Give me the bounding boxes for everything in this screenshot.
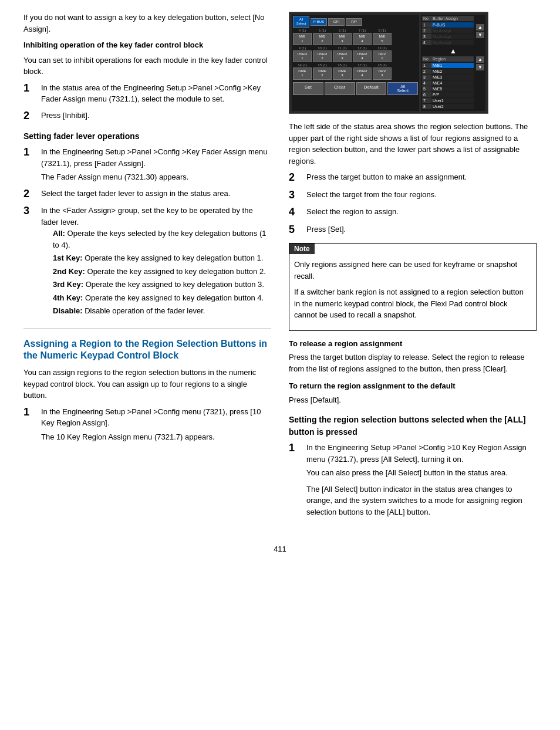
set-button[interactable]: Set [293,82,323,95]
user2-btn[interactable]: USER2 [313,50,332,62]
scroll-down-btn[interactable]: ▼ [476,32,484,38]
panel-row-3: USER1 USER2 USER3 USER4 DEV1 [293,50,418,62]
dme2-btn[interactable]: DME2 [313,67,332,79]
me2-btn[interactable]: M/E2 [313,33,332,45]
user4-btn[interactable]: USER4 [353,50,372,62]
note-label: Note [289,244,315,254]
assign-header: No Button Assign [422,16,474,21]
major-body: You can assign regions to the region sel… [23,367,271,401]
step-text: In the status area of the Engineering Se… [41,82,271,105]
inhibit-heading: Inhibiting operation of the key fader co… [23,39,271,51]
me4-btn[interactable]: M/E4 [353,33,372,45]
step-content: In the Engineering Setup >Panel >Config … [41,406,271,443]
up-arrow-indicator: ▲ [422,47,484,55]
to-return-heading: To return the region assignment to the d… [289,380,537,392]
dme1-btn[interactable]: DME1 [293,67,312,79]
row4-labels: 14 (1) 15 (1) 16 (1) 17 (1) 18 (1) [293,63,418,67]
region-row-6: 6 P/P [422,92,474,97]
no-region-header: No [422,56,431,62]
val-pbus: P-BUS [431,22,474,28]
fader-step-1: 1 In the Engineering Setup >Panel >Confi… [23,146,271,183]
text-1st: Operate the key assigned to key delegati… [85,254,263,262]
step-number: 4 [289,206,301,219]
setting-region-heading: Setting the region selection buttons sel… [289,414,537,438]
region-row-8: 8 User2 [422,104,474,109]
left-column: If you do not want to assign a key to a … [23,12,271,527]
setting-step-1: 1 In the Engineering Setup >Panel >Confi… [289,442,537,522]
step-sub: The 10 Key Region Assign menu (7321.7) a… [41,431,271,443]
rval-user1: User1 [431,98,474,103]
region-row-3: 3 M/E3 [422,75,474,80]
region-table-wrapper: No Region 1 M/E1 2 M/E2 [422,56,484,110]
rval-pp: P/P [431,92,474,97]
step-number: 2 [23,110,35,123]
val-noassign-2: No Assign [431,28,474,33]
region-header: No Region [422,56,474,62]
user1-btn[interactable]: USER1 [293,50,312,62]
step-text: In the <Fader Assign> group, set the key… [41,206,253,227]
step-content: In the Engineering Setup >Panel >Config … [41,146,271,183]
region-row-7: 7 User1 [422,98,474,103]
me1-btn[interactable]: M/E1 [293,33,312,45]
rval-me4: M/E4 [431,80,474,86]
text-2nd: Operate the key assigned to key delegati… [87,267,266,276]
status-area-description: The left side of the status area shows t… [289,121,537,167]
step-number: 1 [23,406,35,419]
assign-col-header: Button Assign [431,16,474,21]
all-select-btn[interactable]: AllSelect [293,16,309,28]
step-number: 5 [289,224,301,236]
assign-row-4: 4 No Assign [422,40,474,45]
step-text: Press [Set]. [306,224,537,235]
step-sub-1: You can also press the [All Select] butt… [306,467,537,479]
note-box: Note Only regions assigned here can be u… [289,243,537,331]
default-button[interactable]: Default [356,82,387,95]
assign-table-header-row: No Button Assign 1 P-BUS 2 No Assign [422,16,484,46]
step-text: Select the target fader lever to assign … [41,188,271,200]
no-col-header: No [422,16,431,21]
no-2: 2 [422,28,431,33]
region-scroll-down-btn[interactable]: ▼ [476,64,484,70]
indent-2nd: 2nd Key: Operate the key assigned to key… [53,266,271,278]
dev1-btn[interactable]: DEV1 [373,50,392,62]
label-3rd: 3rd Key: [53,280,86,289]
dme3-btn[interactable]: DME3 [333,67,352,79]
intro-text: If you do not want to assign a key to a … [23,12,271,35]
label-4th: 4th Key: [53,293,85,302]
status-area-image: AllSelect P-BUS GPI P/P 4 (1) 5 (1) 6 (1… [289,12,488,114]
label-disable: Disable: [53,306,85,315]
me5-btn[interactable]: M/E5 [373,33,392,45]
dev3-btn[interactable]: DEV3 [373,67,392,79]
major-section: Assigning a Region to the Region Selecti… [23,338,271,443]
to-return-text: Press [Default]. [289,394,537,406]
region-scroll-up-btn[interactable]: ▲ [476,56,484,63]
bottom-action-buttons: Set Clear Default AllSelect [293,82,418,95]
to-release-text: Press the target button display to relea… [289,352,537,374]
to-return-section: To return the region assignment to the d… [289,380,537,405]
assign-table: No Button Assign 1 P-BUS 2 No Assign [422,16,474,46]
clear-button[interactable]: Clear [325,82,355,95]
step-number: 3 [289,189,301,202]
row3-labels: 9 (1) 10 (1) 11 (1) 12 (1) 13 (1) [293,46,418,50]
rval-me1: M/E1 [431,63,474,68]
all-select-action-button[interactable]: AllSelect [387,82,418,95]
user3-btn[interactable]: USER3 [333,50,352,62]
region-row-2: 2 M/E2 [422,69,474,74]
indent-disable: Disable: Disable operation of the fader … [53,305,271,317]
scroll-up-btn[interactable]: ▲ [476,24,484,31]
step-number: 1 [23,82,35,95]
right-step-2: 2 Press the target button to make an ass… [289,171,537,184]
pbus-btn[interactable]: P-BUS [311,18,327,26]
pp-btn[interactable]: P/P [346,18,362,26]
step-text: Press the target button to make an assig… [306,171,537,183]
user4b-btn[interactable]: USER4 [353,67,372,79]
indent-all: All: Operate the keys selected by the ke… [53,228,271,251]
gpi-btn[interactable]: GPI [328,18,345,26]
major-heading: Assigning a Region to the Region Selecti… [23,338,271,363]
indent-3rd: 3rd Key: Operate the key assigned to key… [53,279,271,290]
label-all: All: [53,229,68,238]
val-noassign-3: No Assign [431,34,474,39]
assign-row-3: 3 No Assign [422,34,474,39]
me3-btn[interactable]: M/E3 [333,33,352,45]
text-4th: Operate the key assigned to key delegati… [85,293,264,302]
right-step-4: 4 Select the region to assign. [289,206,537,219]
